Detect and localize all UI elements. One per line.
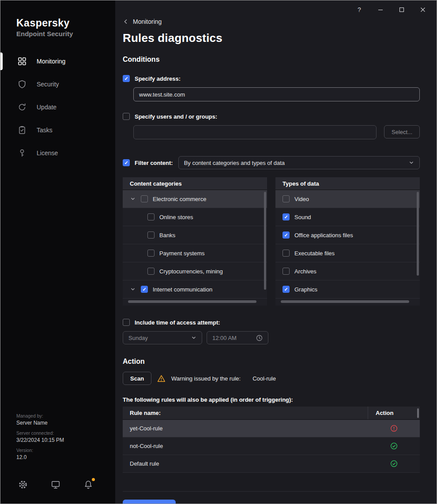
type-row-sound[interactable]: Sound xyxy=(275,208,420,226)
maximize-button[interactable] xyxy=(397,5,407,15)
notification-dot xyxy=(92,478,95,481)
sidebar-item-monitoring[interactable]: Monitoring xyxy=(0,50,115,73)
day-dropdown[interactable]: Sunday xyxy=(123,331,202,344)
ok-button[interactable]: OK xyxy=(123,500,176,504)
time-input[interactable]: 12:00 AM xyxy=(207,331,268,344)
type-checkbox[interactable] xyxy=(283,195,290,202)
type-checkbox[interactable] xyxy=(283,250,290,257)
warning-status-icon xyxy=(390,425,398,432)
rules-note: The following rules will also be applied… xyxy=(123,396,420,403)
scrollbar-thumb[interactable] xyxy=(281,300,409,303)
shield-icon xyxy=(17,79,27,89)
help-button[interactable]: ? xyxy=(354,5,364,15)
sidebar-item-label: License xyxy=(37,149,58,157)
specify-address-checkbox[interactable] xyxy=(123,75,130,82)
type-row-archives[interactable]: Archives xyxy=(275,262,420,280)
sidebar-item-update[interactable]: Update xyxy=(0,96,115,119)
notifications-bell-icon[interactable] xyxy=(83,480,93,489)
warning-triangle-icon xyxy=(157,374,166,383)
category-checkbox[interactable] xyxy=(141,286,148,293)
rules-table: Rule name: Action yet-Cool-rule not-Cool… xyxy=(123,407,420,473)
address-input[interactable] xyxy=(133,87,420,101)
scrollbar-thumb[interactable] xyxy=(128,300,256,303)
rule-action-cell xyxy=(368,442,420,450)
specify-address-checkbox-row[interactable]: Specify address: xyxy=(123,75,181,82)
type-label: Archives xyxy=(294,268,316,275)
type-row-office-files[interactable]: Office applications files xyxy=(275,226,420,244)
category-row-internet-communication[interactable]: Internet communication xyxy=(123,280,267,299)
include-time-checkbox-row[interactable]: Include time of access attempt: xyxy=(123,319,220,326)
vertical-scrollbar-thumb[interactable] xyxy=(417,408,419,418)
warning-text: Warning issued by the rule: xyxy=(171,375,241,382)
type-row-video[interactable]: Video xyxy=(275,190,420,208)
type-row-graphics[interactable]: Graphics xyxy=(275,280,420,299)
rule-name-column-header: Rule name: xyxy=(123,410,368,416)
action-section-title: Action xyxy=(123,358,420,366)
category-checkbox[interactable] xyxy=(147,231,154,239)
users-input[interactable] xyxy=(133,125,377,139)
category-checkbox[interactable] xyxy=(141,195,148,202)
type-checkbox[interactable] xyxy=(283,213,290,220)
category-row-cryptocurrencies[interactable]: Cryptocurrencies, mining xyxy=(123,262,267,280)
type-label: Sound xyxy=(294,214,311,220)
category-checkbox[interactable] xyxy=(147,268,154,275)
ok-status-icon xyxy=(390,460,398,467)
window-controls: ? xyxy=(354,5,428,15)
chevron-down-icon xyxy=(409,160,414,165)
horizontal-scrollbar[interactable] xyxy=(275,299,420,305)
filter-content-dropdown[interactable]: By content categories and types of data xyxy=(178,156,420,169)
category-checkbox[interactable] xyxy=(147,213,154,220)
minimize-button[interactable] xyxy=(376,5,385,15)
sidebar-item-license[interactable]: License xyxy=(0,142,115,164)
type-label: Graphics xyxy=(294,286,317,293)
type-checkbox[interactable] xyxy=(283,231,290,239)
breadcrumb[interactable]: Monitoring xyxy=(123,18,162,25)
category-row-electronic-commerce[interactable]: Electronic commerce xyxy=(123,190,267,208)
type-checkbox[interactable] xyxy=(283,286,290,293)
type-label: Office applications files xyxy=(294,232,353,239)
vertical-scrollbar-thumb[interactable] xyxy=(264,192,266,290)
sidebar-item-label: Tasks xyxy=(37,127,53,134)
category-label: Internet communication xyxy=(153,286,212,293)
close-button[interactable] xyxy=(418,5,428,15)
table-row[interactable]: Default rule xyxy=(123,455,420,473)
vertical-scrollbar-thumb[interactable] xyxy=(417,192,419,276)
table-row[interactable]: yet-Cool-rule xyxy=(123,420,420,437)
type-checkbox[interactable] xyxy=(283,268,290,275)
horizontal-scrollbar[interactable] xyxy=(123,299,267,305)
rules-table-header: Rule name: Action xyxy=(123,407,420,420)
category-row-online-stores[interactable]: Online stores xyxy=(123,208,267,226)
day-selected-option: Sunday xyxy=(128,335,148,341)
sidebar-nav: Monitoring Security Update Tasks xyxy=(0,50,115,164)
chevron-down-icon[interactable] xyxy=(130,286,136,292)
sidebar-icon-bar xyxy=(0,467,115,504)
filter-content-checkbox-row[interactable]: Filter content: xyxy=(123,159,173,166)
type-label: Video xyxy=(294,196,309,202)
table-row[interactable]: not-Cool-rule xyxy=(123,437,420,455)
sidebar-item-tasks[interactable]: Tasks xyxy=(0,119,115,142)
clock-icon xyxy=(256,335,263,341)
include-time-checkbox[interactable] xyxy=(123,319,130,326)
specify-address-label: Specify address: xyxy=(135,75,181,82)
specify-users-checkbox[interactable] xyxy=(123,113,130,120)
category-row-banks[interactable]: Banks xyxy=(123,226,267,244)
sidebar-item-label: Update xyxy=(37,104,57,111)
select-users-button[interactable]: Select... xyxy=(384,125,420,138)
category-checkbox[interactable] xyxy=(147,250,154,257)
sidebar-item-security[interactable]: Security xyxy=(0,73,115,96)
filter-content-checkbox[interactable] xyxy=(123,159,130,166)
scan-button[interactable]: Scan xyxy=(123,372,151,385)
category-label: Banks xyxy=(159,232,175,239)
content-categories-header: Content categories xyxy=(123,177,267,190)
support-monitor-icon[interactable] xyxy=(51,480,60,489)
type-row-executable-files[interactable]: Executable files xyxy=(275,244,420,262)
brand: Kaspersky Endpoint Security xyxy=(0,0,115,37)
app-window: Kaspersky Endpoint Security Monitoring S… xyxy=(0,0,437,504)
clipboard-icon xyxy=(17,125,27,135)
category-row-payment-systems[interactable]: Payment systems xyxy=(123,244,267,262)
chevron-down-icon[interactable] xyxy=(130,196,136,202)
managed-by-label: Managed by: xyxy=(16,413,115,418)
specify-users-checkbox-row[interactable]: Specify users and / or groups: xyxy=(123,113,217,120)
include-time-label: Include time of access attempt: xyxy=(135,319,220,326)
settings-gear-icon[interactable] xyxy=(18,480,28,489)
